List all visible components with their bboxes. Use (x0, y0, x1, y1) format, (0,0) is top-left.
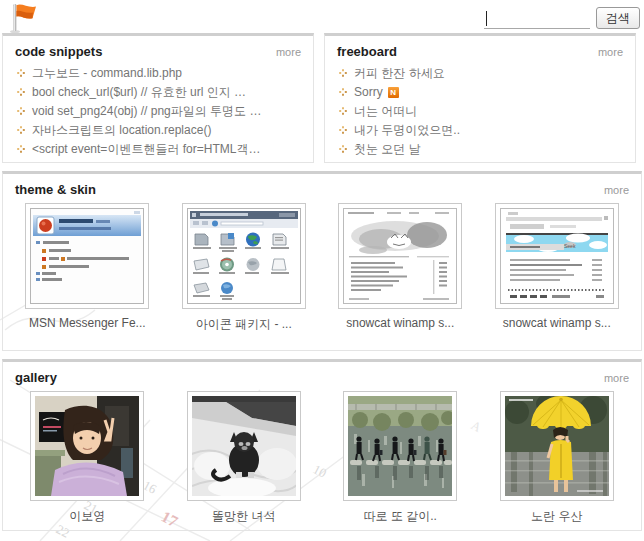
bullet-icon (17, 102, 25, 121)
gallery-item: 똘망한 녀석 (166, 391, 323, 525)
list-item-text: 너는 어떠니 (354, 102, 417, 121)
list-item[interactable]: 자바스크립트의 location.replace() (17, 121, 301, 140)
gallery-thumbnails: 이보영 (3, 389, 641, 535)
theme-skin-title: theme & skin (15, 182, 96, 197)
bullet-icon (339, 140, 347, 159)
bullet-icon (17, 121, 25, 140)
gallery-item: 따로 또 같이.. (322, 391, 479, 525)
theme-skin-more-link[interactable]: more (604, 184, 629, 196)
bullet-icon (17, 140, 25, 159)
thumbnail-caption[interactable]: 이보영 (69, 508, 105, 525)
photo-kitten[interactable] (187, 391, 301, 501)
thumbnail-icon-package[interactable] (182, 203, 306, 309)
thumbnail-caption[interactable]: 노란 우산 (531, 508, 582, 525)
thumbnail-caption[interactable]: 아이콘 패키지 - ... (196, 316, 292, 333)
gallery-item: 노란 우산 (479, 391, 636, 525)
thumbnail-caption[interactable]: snowcat winamp s... (346, 316, 454, 330)
freeboard-title: freeboard (337, 44, 397, 59)
thumbnail-msn-messenger[interactable] (25, 203, 149, 309)
code-snippets-more-link[interactable]: more (276, 46, 301, 58)
list-item-text: 자바스크립트의 location.replace() (32, 121, 211, 140)
flag-logo-icon (8, 2, 40, 38)
panel-theme-skin: theme & skin more (2, 171, 642, 351)
list-item-text: 첫눈 오던 날 (354, 140, 421, 159)
photo-woman-peace-sign[interactable] (30, 391, 144, 501)
search-input-wrap (484, 9, 590, 29)
list-item-text: bool check_url($url) // 유효한 url 인지 … (32, 83, 246, 102)
list-item-text: <script event=이벤트핸들러 for=HTML객… (32, 140, 260, 159)
list-item[interactable]: 너는 어떠니 (339, 102, 623, 121)
search-button[interactable]: 검색 (596, 7, 640, 29)
list-item-text: Sorry (354, 83, 383, 102)
panel-gallery: gallery more (2, 359, 642, 531)
list-item[interactable]: 내가 두명이었으면.. (339, 121, 623, 140)
list-item[interactable]: void set_png24(obj) // png파일의 투명도 … (17, 102, 301, 121)
list-item-text: 내가 두명이었으면.. (354, 121, 460, 140)
theme-skin-thumbnails: MSN Messenger Fe... (3, 201, 641, 343)
panel-freeboard: freeboard more 커피 한잔 하세요 SorryN 너는 어떠니 내… (324, 33, 636, 163)
bullet-icon (17, 83, 25, 102)
list-item-text: void set_png24(obj) // png파일의 투명도 … (32, 102, 261, 121)
freeboard-more-link[interactable]: more (598, 46, 623, 58)
gallery-more-link[interactable]: more (604, 372, 629, 384)
new-post-badge: N (388, 87, 399, 98)
list-item[interactable]: 첫눈 오던 날 (339, 140, 623, 159)
bullet-icon (17, 64, 25, 83)
theme-item: MSN Messenger Fe... (9, 203, 166, 333)
gallery-title: gallery (15, 370, 57, 385)
list-item[interactable]: bool check_url($url) // 유효한 url 인지 … (17, 83, 301, 102)
thumbnail-caption[interactable]: 따로 또 같이.. (364, 508, 437, 525)
photo-stepping-stones[interactable] (343, 391, 457, 501)
list-item-text: 커피 한잔 하세요 (354, 64, 445, 83)
bullet-icon (339, 64, 347, 83)
photo-yellow-umbrella[interactable] (500, 391, 614, 501)
list-item-text: 그누보드 - command.lib.php (32, 64, 182, 83)
bullet-icon (339, 121, 347, 140)
freeboard-list: 커피 한잔 하세요 SorryN 너는 어떠니 내가 두명이었으면.. 첫눈 오… (325, 63, 635, 159)
gallery-item: 이보영 (9, 391, 166, 525)
list-item[interactable]: SorryN (339, 83, 623, 102)
thumbnail-caption[interactable]: MSN Messenger Fe... (29, 316, 146, 330)
bullet-icon (339, 102, 347, 121)
thumbnail-caption[interactable]: snowcat winamp s... (503, 316, 611, 330)
list-item[interactable]: 커피 한잔 하세요 (339, 64, 623, 83)
thumbnail-winamp-skin-1[interactable] (338, 203, 462, 309)
list-item[interactable]: <script event=이벤트핸들러 for=HTML객… (17, 140, 301, 159)
panel-code-snippets: code snippets more 그누보드 - command.lib.ph… (2, 33, 314, 163)
code-snippets-list: 그누보드 - command.lib.php bool check_url($u… (3, 63, 313, 159)
top-bar: 검색 (0, 0, 644, 33)
thumbnail-winamp-skin-2[interactable]: Seek (495, 203, 619, 309)
bullet-icon (339, 83, 347, 102)
theme-item: snowcat winamp s... (322, 203, 479, 333)
theme-item: Seek snowcat wina (479, 203, 636, 333)
list-item[interactable]: 그누보드 - command.lib.php (17, 64, 301, 83)
svg-text:Seek: Seek (564, 243, 576, 249)
thumbnail-caption[interactable]: 똘망한 녀석 (212, 508, 275, 525)
search-input[interactable] (484, 10, 590, 29)
text-caret (486, 11, 487, 26)
theme-item: 아이콘 패키지 - ... (166, 203, 323, 333)
code-snippets-title: code snippets (15, 44, 102, 59)
